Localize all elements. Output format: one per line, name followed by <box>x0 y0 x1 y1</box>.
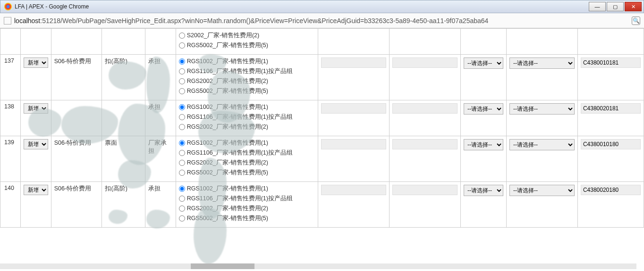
select-2[interactable]: --请选择-- <box>509 57 575 69</box>
radio-label: RGS1002_厂家-销售性费用(1) <box>187 57 268 66</box>
radio-option[interactable]: RGS2002_厂家-销售性费用(2) <box>179 159 315 167</box>
select-1[interactable]: --请选择-- <box>464 139 503 150</box>
select-1[interactable]: --请选择-- <box>464 57 503 69</box>
horizontal-scrollbar[interactable] <box>0 263 636 269</box>
bear-cell: 承担 <box>145 100 176 136</box>
radio-option[interactable]: RGS1002_厂家-销售性费用(1) <box>179 103 315 111</box>
value-input-2[interactable] <box>392 57 458 68</box>
radio-label: RGS1106_厂家-销售性费用(1)按产品组 <box>187 113 293 121</box>
radio-label: RGS5002_厂家-销售性费用(5) <box>187 214 268 222</box>
radio-option[interactable]: RGS1002_厂家-销售性费用(1) <box>179 185 315 193</box>
radio-input[interactable] <box>179 68 185 74</box>
type-cell: S06-特价费用 <box>51 55 102 100</box>
bear-cell: 承担 <box>145 182 176 228</box>
value-input-1[interactable] <box>321 139 386 149</box>
value-input-2[interactable] <box>392 139 458 149</box>
table-row: 137新增S06-特价费用扣(高阶)承担RGS1002_厂家-销售性费用(1)R… <box>0 55 644 100</box>
radio-label: S2002_厂家-销售性费用(2) <box>187 32 260 40</box>
radio-option[interactable]: RGS5002_厂家-销售性费用(5) <box>179 214 315 222</box>
address-bar: localhost:51218/Web/PubPage/SaveHighPric… <box>0 13 644 28</box>
radio-option[interactable]: RGS5002_厂家-销售性费用(5) <box>179 169 315 177</box>
radio-option[interactable]: RGS1106_厂家-销售性费用(1)按产品组 <box>179 67 315 75</box>
radio-input[interactable] <box>179 58 185 65</box>
url-display[interactable]: localhost:51218/Web/PubPage/SaveHighPric… <box>14 17 629 25</box>
radio-input[interactable] <box>179 186 185 192</box>
action-select[interactable]: 新增 <box>24 103 48 114</box>
action-select[interactable]: 新增 <box>24 57 48 68</box>
type-cell: S06-特价费用 <box>51 136 102 182</box>
value-input-1[interactable] <box>321 57 386 68</box>
table-row: 138新增承担RGS1002_厂家-销售性费用(1)RGS1106_厂家-销售性… <box>0 100 644 136</box>
radio-option[interactable]: RGS1106_厂家-销售性费用(1)按产品组 <box>179 149 315 157</box>
radio-label: RGS1002_厂家-销售性费用(1) <box>187 103 268 111</box>
radio-input[interactable] <box>179 140 185 146</box>
radio-label: RGS5002_厂家-销售性费用(5) <box>187 169 268 177</box>
value-input-1[interactable] <box>321 103 386 114</box>
code-input[interactable] <box>581 103 641 114</box>
type-cell <box>51 100 102 136</box>
bear-cell: 厂家承担 <box>145 136 176 182</box>
url-rest: :51218/Web/PubPage/SaveHighPrice_Edit.as… <box>40 17 488 25</box>
select-2[interactable]: --请选择-- <box>509 103 575 115</box>
radio-input[interactable] <box>179 205 185 212</box>
radio-label: RGS2002_厂家-销售性费用(2) <box>187 123 268 131</box>
radio-option[interactable]: RGS2002_厂家-销售性费用(2) <box>179 205 315 213</box>
options-cell: RGS1002_厂家-销售性费用(1)RGS1106_厂家-销售性费用(1)按产… <box>176 182 318 228</box>
radio-option[interactable]: RGS2002_厂家-销售性费用(2) <box>179 77 315 85</box>
close-button[interactable]: ✕ <box>625 2 642 11</box>
action-select[interactable]: 新增 <box>24 185 48 195</box>
radio-option[interactable]: RGS1106_厂家-销售性费用(1)按产品组 <box>179 195 315 203</box>
select-1[interactable]: --请选择-- <box>464 185 503 196</box>
radio-option[interactable]: S2002_厂家-销售性费用(2) <box>179 32 315 40</box>
scrollbar-thumb[interactable] <box>191 263 254 269</box>
radio-label: RGS2002_厂家-销售性费用(2) <box>187 205 268 213</box>
radio-input[interactable] <box>179 196 185 202</box>
radio-label: RGS1106_厂家-销售性费用(1)按产品组 <box>187 149 293 157</box>
radio-option[interactable]: RGS1002_厂家-销售性费用(1) <box>179 57 315 66</box>
search-icon[interactable]: 🔍 <box>632 16 640 25</box>
radio-input[interactable] <box>179 104 185 110</box>
desc-cell: 票面 <box>102 136 145 182</box>
radio-option[interactable]: RGS5002_厂家-销售性费用(5) <box>179 87 315 95</box>
radio-option[interactable]: RGS1106_厂家-销售性费用(1)按产品组 <box>179 113 315 121</box>
value-input-2[interactable] <box>392 185 458 195</box>
select-2[interactable]: --请选择-- <box>509 185 575 196</box>
radio-label: RGS1106_厂家-销售性费用(1)按产品组 <box>187 67 293 75</box>
radio-input[interactable] <box>179 33 185 39</box>
code-input[interactable] <box>581 185 641 195</box>
row-index: 137 <box>0 55 21 100</box>
page-icon <box>4 17 11 25</box>
radio-input[interactable] <box>179 160 185 166</box>
select-2[interactable]: --请选择-- <box>509 139 575 150</box>
desc-cell <box>102 100 145 136</box>
bear-cell: 承担 <box>145 55 176 100</box>
row-index: 139 <box>0 136 21 182</box>
radio-option[interactable]: RGS2002_厂家-销售性费用(2) <box>179 123 315 131</box>
data-table: S2002_厂家-销售性费用(2)RGS5002_厂家-销售性费用(5) 137… <box>0 28 644 228</box>
url-host: localhost <box>14 17 40 25</box>
radio-label: RGS1002_厂家-销售性费用(1) <box>187 185 268 193</box>
radio-input[interactable] <box>179 88 185 94</box>
code-input[interactable] <box>581 57 641 68</box>
radio-label: RGS1106_厂家-销售性费用(1)按产品组 <box>187 195 293 203</box>
table-row-partial: S2002_厂家-销售性费用(2)RGS5002_厂家-销售性费用(5) <box>0 29 644 55</box>
options-cell: RGS1002_厂家-销售性费用(1)RGS1106_厂家-销售性费用(1)按产… <box>176 136 318 182</box>
desc-cell: 扣(高阶) <box>102 182 145 228</box>
radio-option[interactable]: RGS5002_厂家-销售性费用(5) <box>179 41 315 49</box>
code-input[interactable] <box>581 139 641 149</box>
action-select[interactable]: 新增 <box>24 139 48 149</box>
radio-input[interactable] <box>179 78 185 84</box>
table-row: 140新增S06-特价费用扣(高阶)承担RGS1002_厂家-销售性费用(1)R… <box>0 182 644 228</box>
radio-input[interactable] <box>179 150 185 156</box>
radio-input[interactable] <box>179 42 185 49</box>
radio-option[interactable]: RGS1002_厂家-销售性费用(1) <box>179 139 315 147</box>
select-1[interactable]: --请选择-- <box>464 103 503 115</box>
radio-input[interactable] <box>179 114 185 120</box>
radio-input[interactable] <box>179 215 185 222</box>
maximize-button[interactable]: ▢ <box>607 2 624 11</box>
radio-input[interactable] <box>179 124 185 130</box>
value-input-1[interactable] <box>321 185 386 195</box>
value-input-2[interactable] <box>392 103 458 114</box>
minimize-button[interactable]: — <box>589 2 606 11</box>
radio-input[interactable] <box>179 170 185 176</box>
